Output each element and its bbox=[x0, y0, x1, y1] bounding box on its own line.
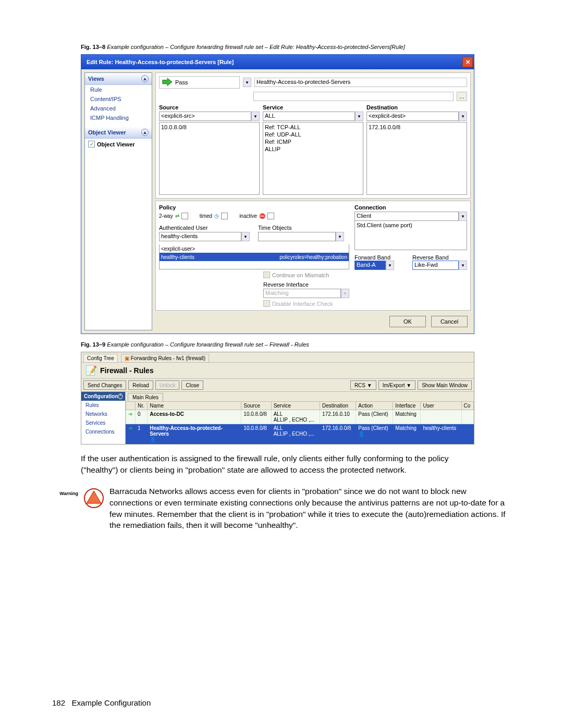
body-paragraph: If the user authentication is assigned t… bbox=[81, 453, 482, 475]
objectviewer-check[interactable]: ✓ Object Viewer bbox=[85, 139, 152, 150]
chevron-down-icon: ▼ bbox=[341, 289, 349, 298]
col-interface[interactable]: Interface bbox=[393, 402, 421, 410]
objectviewer-header[interactable]: Object Viewer ▲ bbox=[85, 127, 152, 139]
checkbox-icon bbox=[263, 272, 270, 278]
dest-header: Destination bbox=[366, 104, 467, 110]
policy-2way[interactable]: 2-way ⇄ bbox=[159, 213, 188, 219]
policy-inactive[interactable]: inactive ⛔ bbox=[239, 213, 274, 219]
source-list[interactable]: 10.0.8.0/8 bbox=[159, 122, 260, 195]
source-select[interactable]: <explicit-src> bbox=[159, 112, 251, 121]
fw-side-connections[interactable]: Connections bbox=[81, 427, 125, 436]
list-item: 10.0.8.0/8 bbox=[161, 124, 258, 131]
list-item: 172.16.0.0/8 bbox=[369, 124, 465, 131]
view-rule[interactable]: Rule bbox=[85, 85, 152, 94]
col-dest[interactable]: Destination bbox=[320, 402, 356, 410]
view-advanced[interactable]: Advanced bbox=[85, 104, 152, 113]
dest-list[interactable]: 172.16.0.0/8 bbox=[366, 122, 467, 195]
chevron-down-icon[interactable]: ▼ bbox=[336, 232, 344, 241]
ellipsis-button[interactable]: … bbox=[457, 92, 467, 101]
policy-header: Policy bbox=[159, 204, 349, 211]
show-main-window-button[interactable]: Show Main Window bbox=[418, 380, 472, 390]
chevron-down-icon[interactable]: ▼ bbox=[459, 261, 467, 270]
chevron-down-icon[interactable]: ▼ bbox=[241, 232, 250, 241]
authuser-header: Authenticated User bbox=[159, 225, 250, 231]
service-header: Service bbox=[263, 104, 363, 110]
authuser-select[interactable]: healthy-clients bbox=[159, 232, 241, 241]
chevron-down-icon[interactable]: ▼ bbox=[459, 212, 467, 221]
continue-on-mismatch-check[interactable]: Continue on Mismatch bbox=[263, 272, 349, 278]
col-co[interactable]: Co bbox=[461, 402, 473, 410]
import-export-dropdown[interactable]: Im/Export ▼ bbox=[378, 380, 415, 390]
col-user[interactable]: User bbox=[421, 402, 461, 410]
table-row[interactable]: ➔ 1 Healthy-Access-to-protected-Servers👤… bbox=[126, 424, 474, 444]
view-icmp[interactable]: ICMP Handling bbox=[85, 113, 152, 122]
connection-header: Connection bbox=[354, 204, 467, 211]
fw-sidebar: Configuration ˄ Rules Networks Services … bbox=[81, 392, 126, 444]
service-select[interactable]: ALL bbox=[263, 112, 355, 121]
col-service[interactable]: Service bbox=[271, 402, 320, 410]
chevron-down-icon[interactable]: ▼ bbox=[251, 112, 260, 121]
action-dropdown[interactable]: Pass bbox=[159, 76, 240, 89]
tab-config-tree[interactable]: Config Tree bbox=[83, 354, 118, 362]
chevron-up-icon: ˄ bbox=[118, 393, 123, 399]
connection-select[interactable]: Client bbox=[354, 212, 459, 221]
time-select[interactable] bbox=[258, 232, 336, 241]
chevron-down-icon[interactable]: ▼ bbox=[459, 112, 467, 121]
fw-side-services[interactable]: Services bbox=[81, 418, 125, 427]
description-input[interactable] bbox=[253, 92, 454, 101]
list-item: Std.Client (same port) bbox=[357, 222, 465, 228]
table-row[interactable]: ➔ 0 Access-to-DC 10.0.8.0/8 ALL ALLIP , … bbox=[126, 410, 474, 424]
dest-select[interactable]: <explicit-dest> bbox=[366, 112, 459, 121]
rcs-dropdown[interactable]: RCS ▼ bbox=[350, 380, 376, 390]
send-changes-button[interactable]: Send Changes bbox=[83, 380, 126, 390]
views-sidebar: Views ▲ Rule Content/IPS Advanced ICMP H… bbox=[84, 72, 152, 330]
col-action[interactable]: Action bbox=[356, 402, 393, 410]
fw-side-networks[interactable]: Networks bbox=[81, 410, 125, 418]
user-icon: 👤 bbox=[358, 431, 364, 437]
revband-header: Reverse Band bbox=[412, 254, 467, 261]
checkbox-icon bbox=[267, 213, 274, 219]
col-source[interactable]: Source bbox=[241, 402, 271, 410]
list-item: healthy-clients bbox=[161, 254, 279, 260]
cancel-button[interactable]: Cancel bbox=[431, 316, 468, 327]
fw-tab-icon: ▣ bbox=[125, 355, 129, 361]
views-header[interactable]: Views ▲ bbox=[85, 73, 152, 85]
firewall-rules-window: Config Tree ▣ Forwarding Rules - fw1 (fi… bbox=[81, 352, 474, 445]
chevron-down-icon[interactable]: ▼ bbox=[243, 78, 251, 87]
policy-timed[interactable]: timed ◷ bbox=[200, 213, 228, 219]
list-item: Ref: ICMP bbox=[265, 138, 361, 145]
rule-name-input[interactable]: Healthy-Access-to-protected-Servers bbox=[254, 78, 467, 87]
fw-side-rules[interactable]: Rules bbox=[81, 401, 125, 410]
svg-marker-2 bbox=[87, 491, 101, 503]
chevron-down-icon[interactable]: ▼ bbox=[355, 112, 363, 121]
service-list[interactable]: Ref: TCP-ALL Ref: UDP-ALL Ref: ICMP ALLI… bbox=[263, 122, 363, 195]
close-icon[interactable]: ✕ bbox=[462, 57, 473, 67]
connection-list[interactable]: Std.Client (same port) bbox=[354, 221, 467, 250]
clock-icon: ◷ bbox=[214, 213, 219, 219]
view-content-ips[interactable]: Content/IPS bbox=[85, 94, 152, 104]
tab-forwarding-rules[interactable]: ▣ Forwarding Rules - fw1 (firewall) bbox=[121, 354, 209, 362]
timeobj-header: Time Objects bbox=[258, 225, 349, 231]
fw-sidebar-head[interactable]: Configuration ˄ bbox=[81, 392, 125, 401]
unlock-button: Unlock bbox=[155, 380, 180, 390]
ok-button[interactable]: OK bbox=[389, 316, 426, 327]
fwdband-select[interactable]: Band-A bbox=[354, 261, 386, 270]
arrow-icon: ➔ bbox=[128, 411, 132, 417]
list-item: ALLIP bbox=[265, 145, 361, 153]
firewall-icon: 📝 bbox=[85, 365, 97, 376]
col-nr[interactable]: Nr. bbox=[136, 402, 148, 410]
fwdband-header: Forward Band bbox=[354, 254, 409, 261]
warning-icon bbox=[83, 488, 104, 509]
col-name[interactable]: Name bbox=[148, 402, 241, 410]
revif-header: Reverse Interface bbox=[263, 281, 349, 288]
main-rules-tab[interactable]: Main Rules bbox=[128, 393, 163, 401]
close-button[interactable]: Close bbox=[181, 380, 203, 390]
revband-select[interactable]: Like-Fwd bbox=[412, 261, 459, 270]
pass-arrow-icon bbox=[162, 78, 173, 87]
rule-top-section: Pass ▼ Healthy-Access-to-protected-Serve… bbox=[155, 72, 471, 199]
authuser-list[interactable]: <explicit-user> healthy-clientspolicyrol… bbox=[159, 244, 349, 269]
edit-rule-dialog: Edit Rule: Healthy-Access-to-protected-S… bbox=[81, 54, 474, 334]
reload-button[interactable]: Reload bbox=[128, 380, 153, 390]
chevron-down-icon[interactable]: ▼ bbox=[386, 261, 394, 270]
chevron-up-icon: ▲ bbox=[141, 75, 149, 82]
